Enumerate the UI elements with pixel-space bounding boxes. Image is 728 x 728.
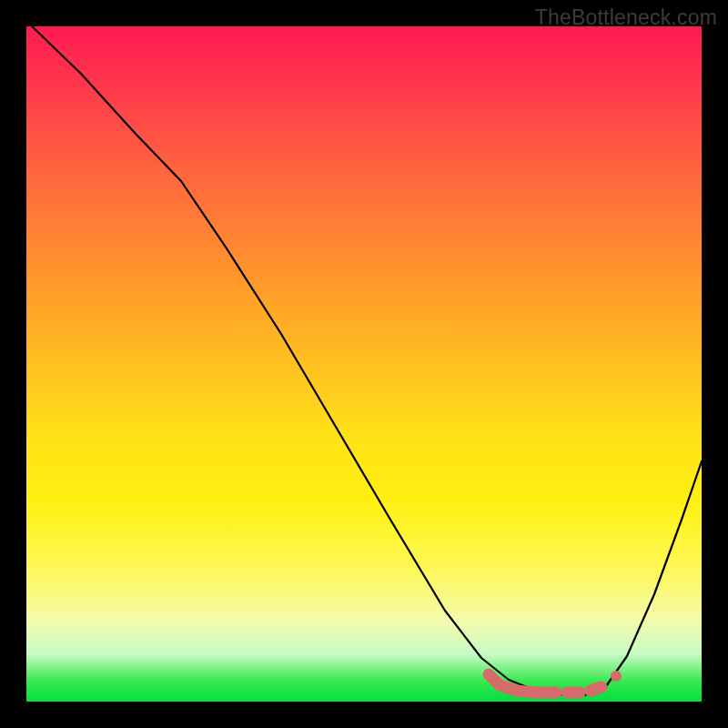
highlight-L [489, 674, 556, 693]
chart-plot [26, 26, 702, 702]
highlight-dash-2 [591, 687, 602, 691]
highlight-dot [611, 671, 622, 682]
highlight-markers [489, 671, 622, 693]
bottleneck-curve [26, 21, 702, 696]
